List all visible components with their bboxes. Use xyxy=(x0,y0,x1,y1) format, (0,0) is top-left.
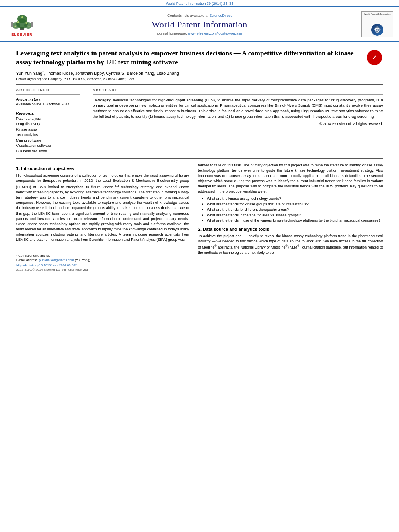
wpi-logo-container: World Patent Information xyxy=(355,10,399,39)
elsevier-tree-icon xyxy=(8,15,36,32)
doi-line[interactable]: http://dx.doi.org/10.1016/j.wpi.2014.09.… xyxy=(16,263,189,267)
section1-heading: 1. Introduction & objectives xyxy=(16,166,189,171)
corresponding-author-note: * Corresponding author. xyxy=(16,253,189,258)
info-divider-1 xyxy=(16,94,80,95)
journal-main-title: World Patent Information xyxy=(152,19,247,30)
body-divider xyxy=(16,158,383,159)
copyright-line: © 2014 Elsevier Ltd. All rights reserved… xyxy=(93,122,383,126)
doi-link[interactable]: http://dx.doi.org/10.1016/j.wpi.2014.09.… xyxy=(16,263,77,267)
section1-right-text: formed to take on this task. The primary… xyxy=(198,163,383,194)
abstract-column: ABSTRACT Leveraging available technologi… xyxy=(93,88,383,154)
bullet-item: What are the trends in use of the variou… xyxy=(202,218,383,224)
available-online-value: Available online 16 October 2014 xyxy=(16,102,80,106)
svg-point-5 xyxy=(17,21,19,23)
wpi-logo: World Patent Information xyxy=(361,11,393,37)
article-info-abstract-section: ARTICLE INFO Article history: Available … xyxy=(16,88,383,154)
footer-area: * Corresponding author. E-mail address: … xyxy=(16,251,189,271)
homepage-line: journal homepage: www.elsevier.com/locat… xyxy=(157,31,242,35)
svg-point-2 xyxy=(12,22,20,29)
elsevier-text: ELSEVIER xyxy=(11,33,33,37)
keyword-item: Business decisions xyxy=(16,149,80,154)
svg-point-9 xyxy=(28,25,29,27)
keyword-item: Visualization software xyxy=(16,143,80,149)
svg-text:✓: ✓ xyxy=(372,54,377,61)
article-history-label: Article history: xyxy=(16,97,80,101)
keywords-list: Patent analysis Drug discovery Kinase as… xyxy=(16,116,80,154)
article-title: Leveraging text analytics in patent anal… xyxy=(16,49,362,67)
svg-point-6 xyxy=(25,22,27,24)
section2-heading: 2. Data source and analytics tools xyxy=(198,227,383,232)
article-info-header: ARTICLE INFO xyxy=(16,88,80,92)
journal-citation-line: World Patent Information 39 (2014) 24–34 xyxy=(0,0,399,6)
body-left-column: 1. Introduction & objectives High-throug… xyxy=(16,163,189,271)
wpi-logo-circle xyxy=(371,24,383,36)
keywords-label: Keywords: xyxy=(16,111,80,115)
wpi-logo-icon xyxy=(372,25,383,35)
keyword-item: Patent analysis xyxy=(16,116,80,122)
svg-point-12 xyxy=(31,22,33,24)
elsevier-logo-container: ELSEVIER xyxy=(0,10,44,39)
bullet-item: What are the kinase assay technology tre… xyxy=(202,196,383,202)
email-note: E-mail address: yunyun.yang@bms.com (Y.Y… xyxy=(16,258,189,262)
body-section: 1. Introduction & objectives High-throug… xyxy=(16,163,383,271)
article-info-column: ARTICLE INFO Article history: Available … xyxy=(16,88,84,154)
main-content: Leveraging text analytics in patent anal… xyxy=(0,42,399,276)
journal-title-area: Contents lists available at ScienceDirec… xyxy=(44,10,355,39)
journal-header: ELSEVIER Contents lists available at Sci… xyxy=(0,6,399,42)
elsevier-logo: ELSEVIER xyxy=(4,12,40,37)
homepage-link[interactable]: www.elsevier.com/locate/worpatin xyxy=(188,31,242,35)
keyword-item: Drug discovery xyxy=(16,121,80,127)
crossmark-badge[interactable]: ✓ xyxy=(366,49,383,66)
keyword-item: Kinase assay xyxy=(16,127,80,133)
manually-text: manually xyxy=(140,212,155,216)
section2-right-text: To achieve the project goal — chiefly to… xyxy=(198,234,383,255)
info-divider-2 xyxy=(16,109,80,109)
svg-point-10 xyxy=(11,22,13,24)
abstract-header: ABSTRACT xyxy=(93,88,383,92)
svg-point-3 xyxy=(24,22,32,29)
email-link[interactable]: yunyun.yang@bms.com xyxy=(39,258,74,262)
issn-line: 0172-2190/© 2014 Elsevier Ltd. All right… xyxy=(16,268,189,271)
keyword-item: Mining software xyxy=(16,138,80,144)
body-right-column: formed to take on this task. The primary… xyxy=(198,163,383,271)
abstract-text: Leveraging available technologies for hi… xyxy=(93,97,383,119)
keyword-item: Text analytics xyxy=(16,132,80,138)
affiliation-line: Bristol-Myers Squibb Company, P. O. Box … xyxy=(16,77,383,81)
ref-1: [1] xyxy=(115,184,119,187)
crossmark-icon[interactable]: ✓ xyxy=(367,50,382,65)
bullet-item: What are the trends in therapeutic area … xyxy=(202,213,383,218)
svg-point-7 xyxy=(21,16,23,18)
svg-rect-13 xyxy=(31,24,33,27)
crossmark-svg: ✓ xyxy=(368,51,381,64)
title-divider xyxy=(16,84,383,85)
sciencedirect-link[interactable]: ScienceDirect xyxy=(210,14,232,18)
svg-point-8 xyxy=(14,25,16,27)
bullet-item: What are the trends for kinase groups th… xyxy=(202,202,383,207)
section1-left-text: High-throughput screening consists of a … xyxy=(16,173,189,242)
authors-line: Yun Yun Yang*, Thomas Klose, Jonathan Li… xyxy=(16,70,383,76)
wpi-logo-text: World Patent Information xyxy=(364,13,390,16)
key-questions-list: What are the kinase assay technology tre… xyxy=(198,196,383,224)
contents-line: Contents lists available at ScienceDirec… xyxy=(167,14,232,18)
bullet-item: What are the trends for different therap… xyxy=(202,207,383,213)
abstract-divider xyxy=(93,94,383,95)
article-title-text: Leveraging text analytics in patent anal… xyxy=(16,49,362,67)
svg-rect-11 xyxy=(11,24,13,27)
article-title-section: Leveraging text analytics in patent anal… xyxy=(16,47,383,67)
